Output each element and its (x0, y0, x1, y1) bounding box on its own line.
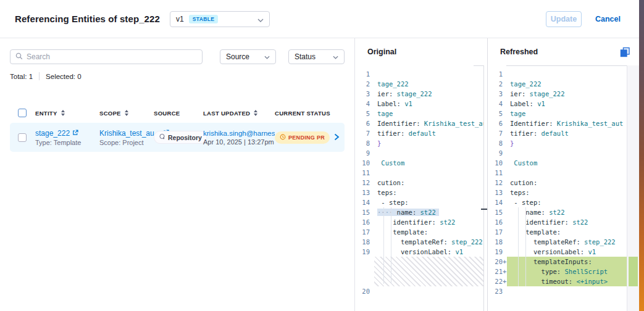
changed-line-marker (481, 209, 487, 210)
original-code-area[interactable]: 12tage_2223ier: stage_2224Label: v15tage… (355, 65, 487, 311)
table-row[interactable]: stage_222 Type: Template Krishika_test_a… (10, 123, 345, 152)
column-current-status: CURRENT STATUS (275, 110, 334, 117)
repo-icon (159, 133, 165, 141)
code-line: 17 template: (355, 227, 487, 237)
code-line: 1 (355, 69, 487, 79)
referencing-entities-drawer: Referencing Entities of step_222 v1 STAB… (0, 0, 644, 311)
original-panel-header: Original (355, 38, 487, 65)
last-updated-cell: krishika.singh@harnes... Apr 10, 2025 | … (203, 130, 275, 146)
code-line: 2tage_222 (488, 79, 627, 89)
code-line: 14 - step: (488, 197, 627, 207)
code-line: 21+ type: ShellScript (488, 267, 627, 276)
chevron-down-icon (257, 14, 264, 25)
code-line: 15 name: st22 (488, 207, 627, 217)
updated-date: Apr 10, 2025 | 13:27pm (203, 138, 275, 146)
diff-view: Original 12tage_2223ier: stage_2224Label… (355, 38, 639, 311)
code-line: 20 (355, 286, 487, 296)
column-last-updated: LAST UPDATED (203, 110, 275, 117)
version-dropdown[interactable]: v1 STABLE (170, 11, 270, 27)
code-top-border (506, 65, 627, 66)
sort-scope-icon[interactable] (125, 110, 128, 116)
entity-type: Type: Template (35, 139, 99, 146)
cancel-button[interactable]: Cancel (595, 15, 621, 23)
version-stable-badge: STABLE (189, 15, 219, 23)
entity-link[interactable]: stage_222 (35, 129, 70, 138)
status-filter-select[interactable]: Status (288, 49, 345, 64)
code-line: 13teps: (355, 188, 487, 197)
scope-cell: Krishika_test_au... Scope: Project (99, 129, 154, 146)
code-line: 10 Custom (355, 158, 487, 168)
entities-section: Source Status Tota (0, 38, 355, 311)
code-line: 3ier: stage_222 (355, 89, 487, 99)
source-label: Repository (168, 134, 202, 141)
scope-link[interactable]: Krishika_test_au... (99, 129, 161, 138)
indent-guide (518, 207, 519, 286)
status-label: PENDING PR (288, 135, 325, 141)
select-all-checkbox[interactable] (18, 109, 27, 117)
indent-guide (391, 207, 391, 284)
code-line: 8} (488, 138, 627, 148)
added-lines-marker (629, 257, 638, 286)
selected-count: Selected: 0 (46, 73, 82, 80)
original-scroll-rail[interactable] (483, 65, 487, 311)
code-line: 12cution: (488, 178, 627, 188)
chevron-down-icon (264, 52, 270, 61)
column-scope: SCOPE (99, 110, 154, 117)
code-line: 4Label: v1 (488, 99, 627, 109)
code-line: 9 (488, 148, 627, 158)
code-line: 2tage_222 (355, 79, 487, 89)
external-link-icon[interactable] (72, 129, 78, 138)
table-header: ENTITY SCOPE SOURCE LAST UPDATED CURRENT… (10, 109, 345, 117)
status-badge: PENDING PR (275, 131, 330, 144)
code-line: 4Label: v1 (355, 99, 487, 109)
code-line: 6Identifier: Krishika_test_aut (355, 118, 487, 128)
sort-entity-icon[interactable] (61, 110, 65, 116)
code-line: 15···· name: st22 (355, 207, 487, 217)
code-line: 11 (355, 168, 487, 178)
sort-last-updated-icon[interactable] (254, 110, 257, 116)
source-filter-select[interactable]: Source (220, 49, 276, 64)
code-line: 7tifier: default (355, 128, 487, 138)
search-input[interactable] (27, 52, 197, 61)
copy-icon[interactable] (620, 47, 630, 57)
code-line: 19 versionLabel: v1 (488, 247, 627, 257)
code-line: 16 identifier: st22 (355, 217, 487, 227)
source-filter-label: Source (226, 52, 249, 61)
row-expand-button[interactable] (334, 132, 344, 143)
code-line: 14 - step: (355, 197, 487, 207)
chevron-down-icon (333, 52, 338, 61)
code-line: 18 templateRef: step_222 (488, 237, 627, 247)
code-line: 5tage (488, 109, 627, 118)
code-line: 18 templateRef: step_222 (355, 237, 487, 247)
code-line: 6Identifier: Krishika_test_aut (488, 118, 627, 128)
page-background-strip (639, 0, 644, 311)
code-line: 12cution: (355, 178, 487, 188)
clock-icon (280, 134, 286, 141)
code-line: 16 identifier: st22 (488, 217, 627, 227)
code-line: 9 (355, 148, 487, 158)
indent-guide (525, 207, 526, 286)
code-line: 23 (488, 286, 627, 296)
drawer-panel: Referencing Entities of step_222 v1 STAB… (0, 0, 639, 311)
page-title: Referencing Entities of step_222 (15, 14, 160, 24)
row-checkbox[interactable] (18, 133, 27, 142)
original-title: Original (367, 48, 396, 56)
refreshed-panel-header: Refreshed (488, 38, 639, 65)
code-line: 22+ timeout: <+input> (488, 276, 627, 286)
refreshed-scroll-gutter[interactable] (627, 65, 639, 311)
code-line: 8} (355, 138, 487, 148)
update-button[interactable]: Update (546, 11, 582, 27)
updated-by-link[interactable]: krishika.singh@harnes... (203, 130, 275, 137)
column-entity: ENTITY (35, 110, 99, 117)
refreshed-code-area[interactable]: 12tage_2223ier: stage_2224Label: v15tage… (488, 65, 627, 311)
search-icon (15, 51, 23, 62)
scope-sub: Scope: Project (99, 139, 154, 146)
code-line: 20+ templateInputs: (488, 257, 627, 267)
code-line: 7tifier: default (488, 128, 627, 138)
code-line: 13teps: (488, 188, 627, 197)
code-line: 1 (488, 69, 627, 79)
code-line: 11 (488, 168, 627, 178)
drawer-header: Referencing Entities of step_222 v1 STAB… (0, 0, 639, 38)
column-source: SOURCE (154, 110, 203, 117)
search-box[interactable] (10, 49, 203, 64)
